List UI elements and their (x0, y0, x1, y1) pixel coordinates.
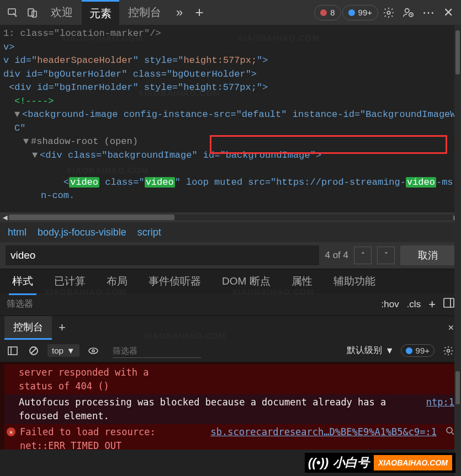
toggle-sidebar-icon[interactable] (443, 298, 454, 311)
settings-gear-icon[interactable] (379, 3, 398, 22)
messages-count-pill[interactable]: 99+ (401, 344, 434, 357)
cls-toggle[interactable]: .cls (407, 299, 421, 310)
element-breadcrumbs: html body.js-focus-visible script (0, 222, 461, 242)
console-error-row[interactable]: server responded with a status of 404 () (4, 365, 457, 394)
subtab-event-listeners[interactable]: 事件侦听器 (145, 270, 204, 293)
search-prev-icon[interactable]: ˄ (354, 247, 372, 264)
device-toolbar-icon[interactable] (23, 3, 42, 22)
svg-line-11 (31, 348, 36, 354)
crumb-body[interactable]: body.js-focus-visible (38, 227, 126, 238)
chevron-down-icon: ▼ (385, 346, 394, 356)
devtools-top-toolbar: 欢迎 元素 控制台 » + 8 99+ ⋯ ✕ (0, 0, 461, 25)
error-icon: ✕ (7, 427, 15, 436)
subtab-accessibility[interactable]: 辅助功能 (330, 270, 379, 293)
more-tabs-chevron-icon[interactable]: » (170, 3, 189, 22)
live-expression-icon[interactable] (86, 346, 100, 355)
subtab-styles[interactable]: 样式 (9, 270, 36, 293)
console-sidebar-toggle-icon[interactable] (6, 346, 20, 355)
horizontal-scrollbar[interactable]: ◀ ▶ (0, 212, 461, 222)
add-drawer-tab-icon[interactable]: + (59, 320, 66, 335)
search-cancel-button[interactable]: 取消 (400, 245, 455, 265)
console-toolbar: top▼ 默认级别▼ 99+ (0, 339, 461, 362)
log-levels-selector[interactable]: 默认级别▼ (347, 345, 394, 356)
clear-console-icon[interactable] (27, 346, 41, 356)
subtab-computed[interactable]: 已计算 (51, 270, 89, 293)
search-bar: 4 of 4 ˄ ˅ 取消 (0, 242, 461, 269)
console-settings-gear-icon[interactable] (441, 345, 455, 356)
kebab-menu-icon[interactable]: ⋯ (419, 3, 438, 22)
dom-node[interactable]: div id="bgOuterHolder" class="bgOuterHol… (3, 68, 458, 82)
dom-node-video[interactable]: <video class="video" loop muted src="htt… (3, 162, 458, 212)
errors-pill[interactable]: 8 (314, 5, 341, 20)
search-next-icon[interactable]: ˅ (377, 247, 395, 264)
search-result-count: 4 of 4 (325, 250, 348, 261)
svg-rect-1 (28, 9, 34, 16)
svg-point-4 (405, 8, 409, 12)
console-drawer-tabs: 控制台 + ✕ (0, 316, 461, 339)
search-highlight: video (406, 177, 436, 188)
inspect-element-icon[interactable] (3, 3, 22, 22)
error-dot-icon (320, 9, 327, 16)
feedback-icon[interactable] (399, 3, 418, 22)
hov-toggle[interactable]: :hov (381, 299, 399, 310)
execution-context-selector[interactable]: top▼ (47, 344, 80, 357)
dom-node[interactable]: <div id="bgInnerHolder" style="height:57… (3, 81, 458, 95)
console-tab[interactable]: 控制台 (4, 316, 52, 340)
tab-welcome[interactable]: 欢迎 (43, 0, 81, 25)
console-messages: server responded with a status of 404 ()… (0, 362, 461, 450)
svg-point-3 (387, 11, 390, 14)
styles-filter-row: 筛选器 :hov .cls + (0, 293, 461, 316)
subtab-properties[interactable]: 属性 (288, 270, 316, 293)
elements-subpanel-tabs: 样式 已计算 布局 事件侦听器 DOM 断点 属性 辅助功能 (0, 269, 461, 293)
dom-node[interactable]: ▼<background-image config-instance-src="… (3, 108, 458, 135)
messages-pill[interactable]: 99+ (342, 5, 378, 20)
search-highlight: video (145, 177, 175, 188)
crumb-html[interactable]: html (8, 227, 27, 238)
watermark-brand-logo: ((•)) 小白号 XIAOBAIHAO.COM (305, 453, 455, 473)
chevron-down-icon: ▼ (67, 346, 75, 355)
console-filter-input[interactable] (113, 344, 201, 358)
magnifier-icon[interactable] (446, 425, 454, 450)
source-link[interactable]: ntp:1 (426, 395, 454, 423)
svg-point-12 (89, 348, 98, 354)
svg-point-15 (447, 427, 452, 433)
tab-elements[interactable]: 元素 (82, 0, 119, 25)
svg-rect-8 (8, 347, 17, 355)
svg-line-16 (452, 432, 454, 435)
tab-console[interactable]: 控制台 (120, 0, 169, 25)
dom-node[interactable]: <!----> (3, 95, 458, 109)
svg-point-14 (447, 349, 450, 352)
annotation-highlight-box (210, 135, 447, 154)
new-style-rule-icon[interactable]: + (428, 297, 436, 312)
svg-rect-0 (8, 9, 15, 14)
info-dot-icon (406, 347, 412, 354)
close-devtools-icon[interactable]: ✕ (439, 3, 458, 22)
plus-icon[interactable]: + (190, 3, 209, 22)
scroll-left-arrow-icon[interactable]: ◀ (1, 214, 9, 221)
elements-dom-tree[interactable]: 1: class="location-marker"/> v> v id="he… (0, 25, 461, 212)
search-highlight: video (69, 177, 99, 188)
svg-point-13 (92, 350, 94, 352)
console-error-row[interactable]: ✕ Failed to load resource: net::ERR_TIME… (4, 424, 457, 450)
search-input[interactable] (6, 245, 319, 265)
svg-rect-6 (444, 298, 454, 307)
vertical-scrollbar[interactable] (454, 25, 461, 476)
subtab-dom-breakpoints[interactable]: DOM 断点 (219, 270, 274, 293)
styles-filter-input[interactable]: 筛选器 (7, 298, 33, 310)
subtab-layout[interactable]: 布局 (103, 270, 131, 293)
crumb-script[interactable]: script (137, 227, 161, 238)
source-link[interactable]: sb.scorecardresearch…D%BE%E9%A1%B5&c9=:1 (211, 425, 437, 450)
info-dot-icon (348, 9, 355, 16)
close-drawer-icon[interactable]: ✕ (448, 323, 454, 332)
console-info-row[interactable]: Autofocus processing was blocked because… (4, 394, 457, 424)
